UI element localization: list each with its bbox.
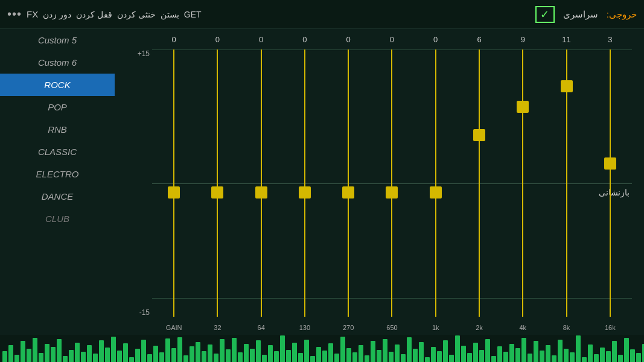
spectrum-bar-19 bbox=[117, 351, 122, 362]
val-8k: 11 bbox=[544, 35, 588, 49]
slider-16k-handle[interactable] bbox=[604, 157, 616, 170]
slider-270-handle[interactable] bbox=[342, 186, 354, 198]
slider-32-handle[interactable] bbox=[211, 186, 223, 198]
breadcrumb-label: سراسری bbox=[563, 9, 598, 20]
slider-2k-handle[interactable] bbox=[473, 129, 485, 141]
val-1k: 0 bbox=[414, 35, 457, 49]
sidebar-item-rnb[interactable]: RNB bbox=[0, 118, 115, 141]
spectrum-bar-54 bbox=[328, 343, 333, 362]
sidebar-item-dance[interactable]: DANCE bbox=[0, 185, 115, 208]
spectrum-bar-104 bbox=[630, 349, 635, 362]
slider-2k[interactable]: 2k bbox=[457, 49, 501, 335]
slider-130-label: 130 bbox=[299, 324, 310, 331]
spectrum-bar-101 bbox=[612, 341, 617, 362]
spectrum-bar-49 bbox=[298, 353, 303, 362]
spectrum-bar-64 bbox=[389, 352, 394, 362]
spectrum-bar-42 bbox=[256, 340, 261, 362]
slider-gain-handle[interactable] bbox=[168, 186, 180, 198]
spectrum-bar-16 bbox=[99, 340, 104, 362]
spectrum-bar-41 bbox=[250, 349, 255, 362]
main-layout: Custom 5 Custom 6 ROCK POP RNB CLASSIC E… bbox=[0, 29, 644, 335]
sidebar-item-rock[interactable]: ROCK bbox=[0, 74, 115, 96]
slider-64-handle[interactable] bbox=[255, 186, 267, 198]
sidebar-item-club[interactable]: CLUB bbox=[0, 208, 115, 230]
slider-130-handle[interactable] bbox=[299, 186, 311, 198]
spectrum-bar-46 bbox=[280, 335, 285, 362]
spectrum-bar-15 bbox=[93, 354, 98, 362]
slider-4k-handle[interactable] bbox=[517, 101, 529, 113]
check-button[interactable]: ✓ bbox=[535, 6, 555, 23]
spectrum-bar-68 bbox=[413, 349, 418, 362]
nav-item-1[interactable]: دور زدن bbox=[43, 10, 71, 19]
slider-32-label: 32 bbox=[214, 324, 221, 331]
slider-8k-handle[interactable] bbox=[561, 80, 573, 92]
spectrum-bar-94 bbox=[570, 352, 575, 362]
slider-gain-track bbox=[173, 49, 174, 317]
slider-32[interactable]: 32 bbox=[196, 49, 239, 335]
spectrum-bar-87 bbox=[528, 354, 532, 362]
sidebar-item-classic[interactable]: CLASSIC bbox=[0, 141, 115, 163]
spectrum-bar-30 bbox=[183, 355, 188, 362]
spectrum-bar-40 bbox=[244, 344, 249, 362]
spectrum-bar-27 bbox=[165, 338, 170, 362]
slider-650-track bbox=[391, 49, 392, 317]
slider-64-label: 64 bbox=[258, 324, 265, 331]
spectrum-bar-1 bbox=[8, 345, 13, 362]
nav-item-2[interactable]: قفل کردن bbox=[76, 10, 112, 19]
spectrum-bar-53 bbox=[322, 351, 327, 362]
spectrum-bar-92 bbox=[558, 340, 563, 362]
spectrum-bar-56 bbox=[340, 337, 345, 362]
spectrum-bar-18 bbox=[111, 337, 116, 362]
slider-gain[interactable]: GAIN bbox=[152, 49, 196, 335]
slider-650[interactable]: 650 bbox=[370, 49, 413, 335]
fx-button[interactable]: FX bbox=[27, 9, 38, 19]
topbar: ••• FX دور زدن قفل کردن خنثی کردن بستن G… bbox=[0, 0, 644, 29]
sidebar-item-custom6[interactable]: Custom 6 bbox=[0, 51, 115, 74]
sidebar-item-electro[interactable]: ELECTRO bbox=[0, 163, 115, 185]
slider-gain-label: GAIN bbox=[166, 324, 182, 331]
nav-item-5[interactable]: GET bbox=[184, 10, 202, 19]
spectrum-bar-4 bbox=[27, 349, 31, 362]
slider-270[interactable]: 270 bbox=[327, 49, 370, 335]
val-130: 0 bbox=[283, 35, 327, 49]
val-64: 0 bbox=[240, 35, 283, 49]
slider-1k[interactable]: 1k bbox=[414, 49, 457, 335]
spectrum-bar-81 bbox=[491, 356, 496, 362]
val-270: 0 bbox=[327, 35, 370, 49]
spectrum-bar-17 bbox=[105, 348, 110, 362]
spectrum-bar-55 bbox=[334, 354, 339, 362]
spectrum-bar-37 bbox=[226, 349, 231, 362]
slider-1k-handle[interactable] bbox=[430, 186, 442, 198]
spectrum-bar-25 bbox=[153, 346, 158, 362]
spectrum-bar-26 bbox=[159, 352, 164, 362]
spectrum-bar-100 bbox=[606, 351, 611, 362]
slider-8k[interactable]: 8k bbox=[544, 49, 588, 335]
spectrum-bar-7 bbox=[45, 344, 49, 362]
spectrum-bar-91 bbox=[552, 355, 556, 362]
eq-area: 0 0 0 0 0 0 0 6 9 11 3 +15 -15 bbox=[115, 29, 644, 335]
sidebar-item-pop[interactable]: POP bbox=[0, 96, 115, 118]
slider-650-handle[interactable] bbox=[386, 186, 398, 198]
spectrum-bar-10 bbox=[63, 356, 68, 362]
slider-16k[interactable]: 16k bbox=[588, 49, 632, 335]
slider-2k-label: 2k bbox=[476, 324, 483, 331]
slider-64-track bbox=[261, 49, 262, 317]
dots-menu-button[interactable]: ••• bbox=[7, 7, 22, 21]
slider-650-label: 650 bbox=[386, 324, 397, 331]
slider-4k[interactable]: 4k bbox=[501, 49, 544, 335]
spectrum-bar-65 bbox=[395, 345, 400, 362]
val-650: 0 bbox=[370, 35, 413, 49]
slider-130[interactable]: 130 bbox=[283, 49, 327, 335]
spectrum-bar-48 bbox=[292, 343, 297, 362]
slider-4k-track bbox=[522, 49, 523, 317]
spectrum-bar-63 bbox=[383, 339, 387, 362]
nav-item-4[interactable]: بستن bbox=[161, 10, 179, 19]
spectrum-bar-31 bbox=[190, 346, 194, 362]
slider-130-track bbox=[304, 49, 305, 317]
spectrum-bar-51 bbox=[310, 356, 315, 362]
spectrum-bar-66 bbox=[401, 354, 406, 362]
sidebar-item-custom5[interactable]: Custom 5 bbox=[0, 29, 115, 51]
spectrum-bar-22 bbox=[135, 349, 140, 362]
nav-item-3[interactable]: خنثی کردن bbox=[117, 10, 156, 19]
slider-64[interactable]: 64 bbox=[240, 49, 283, 335]
